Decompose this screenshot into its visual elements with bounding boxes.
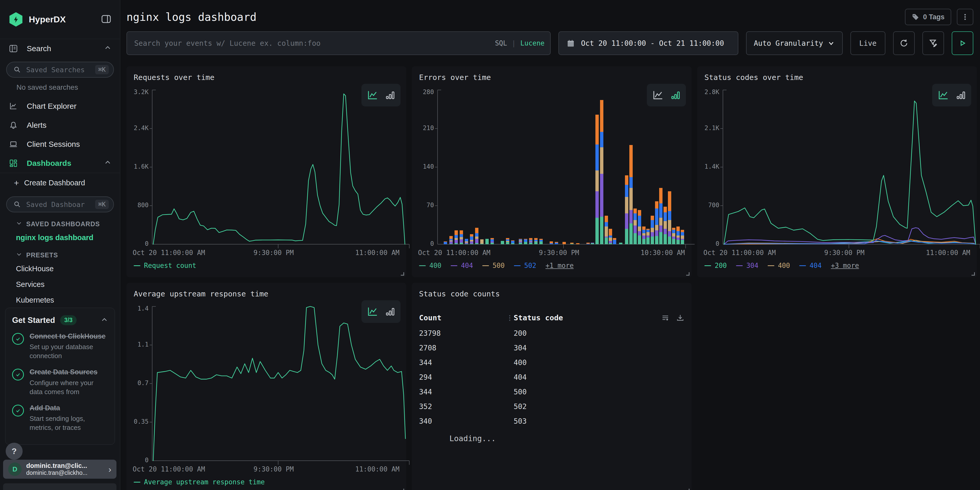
y-axis-tick: 0.35 [134,418,149,425]
sidebar-item-dashboards[interactable]: Dashboards [0,154,120,173]
bar-chart-icon[interactable] [956,90,966,100]
sidebar-item-preset[interactable]: Services [0,277,120,292]
table-row[interactable]: 23798200 [419,326,684,340]
get-started-item[interactable]: Connect to ClickHouseSet up your databas… [12,332,108,360]
sidebar-item-nginx-logs-dashboard[interactable]: nginx logs dashboard [0,230,120,245]
sidebar-item-chart-explorer[interactable]: Chart Explorer [0,97,120,116]
sidebar-item-label: Alerts [27,121,46,130]
download-icon[interactable] [676,313,684,322]
table-row[interactable]: 340503 [419,414,684,428]
event-search-input[interactable] [126,31,550,55]
column-header-status-code[interactable]: Status code [514,313,563,322]
sidebar-collapse-icon[interactable] [101,14,111,25]
table-row[interactable]: 344500 [419,385,684,399]
y-axis-tick: 1.1 [138,341,149,348]
granularity-select[interactable]: Auto Granularity [746,31,843,55]
sidebar-item-search[interactable]: Search [0,39,120,58]
lucene-option[interactable]: Lucene [520,39,544,47]
line-chart-icon[interactable] [367,90,379,100]
bar-chart-icon[interactable] [385,90,395,100]
y-axis-tick: 1.6K [134,163,149,170]
controls-bar: SQL | Lucene Oct 20 11:00:00 - Oct 21 11… [126,31,973,55]
get-started-item[interactable]: Add DataStart sending logs, metrics, or … [12,404,108,432]
chart-legend: Request count [134,262,196,269]
saved-dashboards-heading[interactable]: SAVED DASHBOARDS [0,215,120,230]
sidebar-item-preset[interactable]: Kubernetes [0,292,120,308]
create-dashboard-button[interactable]: + Create Dashboard [0,173,120,193]
legend-item: Average upstream response time [134,478,265,486]
chart-type-toggle[interactable] [932,84,971,107]
shortcut-badge: ⌘K [95,65,109,74]
sidebar-item-preset[interactable]: ClickHouse [0,261,120,277]
x-axis-tick-end: 11:00:00 AM [926,249,970,256]
table-body: 2379820027083043444002944043445003525023… [419,326,684,428]
avatar: D [8,463,22,476]
search-icon [13,66,21,75]
panel-resize-handle[interactable] [686,272,689,275]
x-axis-tick-start: Oct 20 11:00:00 AM [703,249,776,256]
table-row[interactable]: 2708304 [419,340,684,355]
tags-button[interactable]: 0 Tags [905,9,951,25]
user-menu[interactable]: D dominic.tran@clic... dominic.tran@clic… [3,460,116,479]
legend-dash [451,265,457,266]
legend-more-link[interactable]: +3 more [831,262,859,269]
refresh-icon [899,38,908,48]
bar-chart-icon[interactable] [385,306,395,317]
sql-option[interactable]: SQL [495,39,507,47]
refresh-button[interactable] [893,31,915,55]
columns-icon[interactable] [661,313,670,322]
column-drag-handle[interactable]: ⋮ [506,314,514,321]
presets-heading[interactable]: PRESETS [0,245,120,261]
filter-button[interactable] [923,31,944,55]
cell-status-code: 304 [506,344,527,352]
y-axis-tick: 70 [426,202,434,209]
cell-status-code: 404 [506,373,527,382]
legend-more-link[interactable]: +1 more [546,262,574,269]
panel-resize-handle[interactable] [401,489,404,490]
cell-count: 2708 [419,344,506,352]
cell-status-code: 500 [506,388,527,396]
legend-label: Average upstream response time [144,478,265,486]
run-query-button[interactable] [952,31,973,55]
column-header-count[interactable]: Count [419,313,506,322]
sidebar-bottom-strip [3,483,116,490]
table-row[interactable]: 352502 [419,399,684,414]
line-chart-icon[interactable] [652,90,664,100]
get-started-card: Get Started 3/3 Connect to ClickHouseSet… [5,308,115,445]
legend-item: 404 [799,262,822,269]
panel-resize-handle[interactable] [686,489,689,490]
get-started-item[interactable]: Create Data SourcesConfigure where your … [12,368,108,396]
sidebar-item-client-sessions[interactable]: Client Sessions [0,135,120,154]
live-button[interactable]: Live [850,31,885,55]
date-range-value: Oct 20 11:00:00 - Oct 21 11:00:00 [581,39,724,48]
panel-resize-handle[interactable] [401,272,404,275]
legend-dash [134,265,140,266]
legend-item: 200 [705,262,727,269]
chart-type-toggle[interactable] [647,84,686,107]
chevron-up-icon[interactable] [104,159,111,168]
line-chart-icon[interactable] [937,90,949,100]
legend-item: 304 [736,262,758,269]
get-started-badge: 3/3 [60,315,76,325]
chart-type-toggle[interactable] [361,300,401,323]
sidebar-item-alerts[interactable]: Alerts [0,116,120,135]
get-started-item-desc: Set up your database connection [30,342,108,360]
more-menu-button[interactable] [957,9,973,25]
chevron-up-icon[interactable] [101,316,108,325]
query-language-toggle[interactable]: SQL | Lucene [495,31,544,55]
chevron-up-icon[interactable] [104,44,111,53]
line-chart-icon[interactable] [367,306,379,317]
panel-resize-handle[interactable] [972,272,975,275]
chart-type-toggle[interactable] [361,84,401,107]
date-range-picker[interactable]: Oct 20 11:00:00 - Oct 21 11:00:00 [558,31,738,55]
chart-avg-upstream-response-time: 1.41.10.70.350 Oct 20 11:00:00 AM9:30:00… [133,307,400,461]
presets-list: ClickHouseServicesKubernetes [0,261,120,308]
table-row[interactable]: 344400 [419,355,684,370]
panel-title: Status code counts [419,290,500,298]
legend-dash [799,265,806,266]
y-axis-tick: 3.2K [134,88,149,95]
help-button[interactable]: ? [6,443,22,460]
bar-chart-icon[interactable] [670,90,681,100]
legend-dash [736,265,743,266]
table-row[interactable]: 294404 [419,370,684,385]
